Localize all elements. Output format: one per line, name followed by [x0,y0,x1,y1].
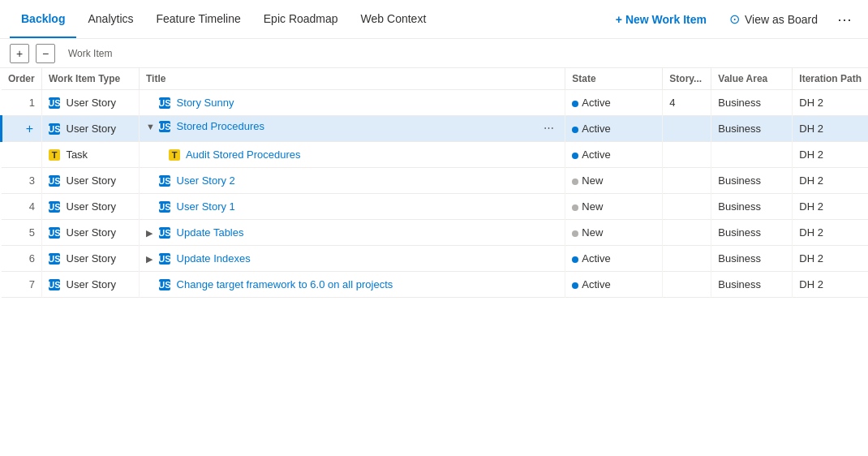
cell-iteration-path: DH 2 [793,168,868,194]
title-work-item-icon: T [169,149,180,161]
table-row[interactable]: 7US User StoryUS Change target framework… [2,272,869,298]
state-indicator [572,101,578,107]
col-header-iter: Iteration Path [793,68,868,90]
cell-story-points [663,272,711,298]
work-item-title-link[interactable]: Change target framework to 6.0 on all pr… [174,278,393,290]
work-item-title-link[interactable]: Story Sunny [174,97,234,109]
title-work-item-icon: US [159,97,170,109]
expand-icon[interactable]: ▶ [146,228,156,239]
cell-value-area: Business [711,272,793,298]
cell-value-area: Business [711,246,793,272]
cell-order: + [2,116,42,142]
remove-icon: − [42,47,49,60]
cell-order [2,142,42,168]
title-work-item-icon: US [159,279,170,290]
more-options-button[interactable]: ⋯ [831,6,858,33]
nav-label-feature-timeline: Feature Timeline [157,12,241,25]
top-nav: Backlog Analytics Feature Timeline Epic … [0,0,868,39]
state-indicator [572,282,578,289]
work-item-title-link[interactable]: Update Indexes [174,252,251,265]
cell-story-points [663,220,711,246]
cell-story-points [663,194,711,220]
work-item-type-icon: US [49,97,60,109]
table-row[interactable]: +US User Story▼US Stored Procedures⋯Acti… [2,116,869,142]
nav-item-epic-roadmap[interactable]: Epic Roadmap [252,0,350,38]
table-row[interactable]: 6US User Story▶US Update IndexesActiveBu… [2,246,869,272]
cell-iteration-path: DH 2 [793,220,868,246]
nav-item-web-context[interactable]: Web Context [350,0,438,38]
table-body: 1US User StoryUS Story SunnyActive4Busin… [2,90,869,298]
work-item-title-link[interactable]: Audit Stored Procedures [183,148,301,161]
cell-story-points [663,168,711,194]
cell-order: 3 [2,168,42,194]
work-item-type-icon: US [49,123,60,135]
cell-type: US User Story [42,246,140,272]
col-header-order: Order [2,68,42,90]
cell-story-points [663,116,711,142]
title-work-item-icon: US [159,201,170,213]
work-item-type-icon: US [49,175,60,187]
table-row[interactable]: 3US User StoryUS User Story 2NewBusiness… [2,168,869,194]
view-as-board-button[interactable]: ⊙ View as Board [720,6,827,32]
row-add-button[interactable]: + [26,122,33,136]
work-item-type-icon: US [49,227,60,239]
state-indicator [572,230,578,237]
col-header-story: Story... [663,68,711,90]
table-row[interactable]: T TaskT Audit Stored ProceduresActiveDH … [2,142,869,168]
title-work-item-icon: US [159,227,170,239]
cell-type: US User Story [42,116,140,142]
work-item-title-link[interactable]: Update Tables [174,226,244,239]
table-row[interactable]: 5US User Story▶US Update TablesNewBusine… [2,220,869,246]
work-item-title-link[interactable]: User Story 1 [174,200,235,213]
collapse-icon[interactable]: ▼ [146,122,156,131]
nav-label-web-context: Web Context [361,12,427,25]
table-row[interactable]: 1US User StoryUS Story SunnyActive4Busin… [2,90,869,116]
table-row[interactable]: 4US User StoryUS User Story 1NewBusiness… [2,194,869,220]
state-indicator [572,127,578,133]
cell-value-area: Business [711,168,793,194]
cell-iteration-path: DH 2 [793,194,868,220]
work-item-title-link[interactable]: Stored Procedures [174,120,264,132]
state-indicator [572,179,578,185]
nav-item-feature-timeline[interactable]: Feature Timeline [145,0,252,38]
work-item-type-icon: US [49,201,60,213]
cell-order: 4 [2,194,42,220]
cell-value-area: Business [711,90,793,116]
work-item-title-link[interactable]: User Story 2 [174,174,235,187]
work-item-type-icon: US [49,253,60,265]
cell-title: US User Story 1 [140,194,565,220]
row-context-menu-button[interactable]: ⋯ [539,118,558,138]
remove-item-button[interactable]: − [36,44,55,63]
work-item-type-icon: US [49,279,60,290]
title-work-item-icon: US [159,121,170,132]
backlog-table: Order Work Item Type Title State Story..… [0,68,868,298]
expand-icon[interactable]: ▶ [146,254,156,265]
cell-order: 1 [2,90,42,116]
nav-item-analytics[interactable]: Analytics [76,0,144,38]
backlog-table-container: Order Work Item Type Title State Story..… [0,68,868,456]
col-header-state: State [565,68,663,90]
col-header-title: Title [140,68,565,90]
nav-item-backlog[interactable]: Backlog [10,0,76,38]
cell-iteration-path: DH 2 [793,246,868,272]
new-work-item-label: + New Work Item [616,13,707,26]
cell-title: T Audit Stored Procedures [140,142,565,168]
nav-label-backlog: Backlog [21,12,65,25]
cell-type: US User Story [42,90,140,116]
cell-state: New [565,194,663,220]
table-header: Order Work Item Type Title State Story..… [2,68,869,90]
nav-label-epic-roadmap: Epic Roadmap [264,12,338,25]
cell-title: ▶US Update Indexes [140,246,565,272]
cell-state: New [565,168,663,194]
cell-value-area: Business [711,116,793,142]
breadcrumb: Work Item [68,48,112,59]
cell-state: Active [565,272,663,298]
breadcrumb-parent: Work Item [68,48,112,59]
cell-value-area: Business [711,220,793,246]
cell-type: US User Story [42,272,140,298]
new-work-item-button[interactable]: + New Work Item [606,8,716,31]
cell-story-points: 4 [663,90,711,116]
cell-title: US Change target framework to 6.0 on all… [140,272,565,298]
add-item-button[interactable]: + [10,44,29,63]
cell-iteration-path: DH 2 [793,90,868,116]
